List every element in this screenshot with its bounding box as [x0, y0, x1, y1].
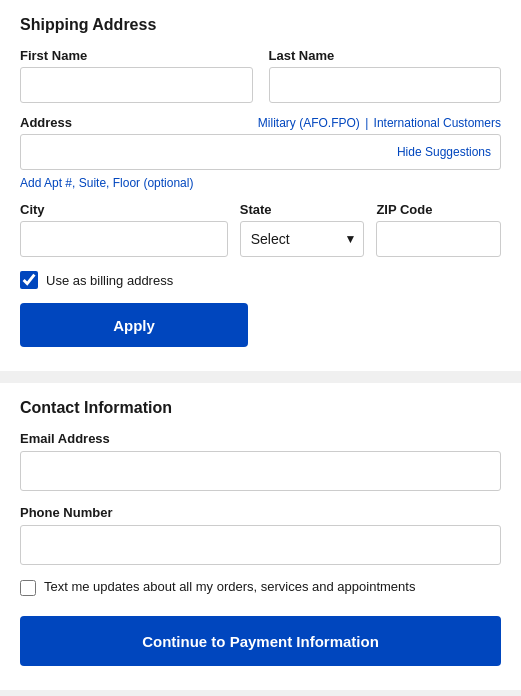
first-name-input[interactable]	[20, 67, 253, 103]
apt-link[interactable]: Add Apt #, Suite, Floor (optional)	[20, 176, 193, 190]
text-update-row: Text me updates about all my orders, ser…	[20, 579, 501, 596]
shipping-address-section: Shipping Address First Name Last Name Ad…	[0, 0, 521, 371]
text-updates-label[interactable]: Text me updates about all my orders, ser…	[44, 579, 415, 594]
text-updates-checkbox[interactable]	[20, 580, 36, 596]
name-row: First Name Last Name	[20, 48, 501, 103]
first-name-group: First Name	[20, 48, 253, 103]
phone-label: Phone Number	[20, 505, 501, 520]
email-label: Email Address	[20, 431, 501, 446]
address-label: Address	[20, 115, 72, 130]
phone-input[interactable]	[20, 525, 501, 565]
phone-group: Phone Number	[20, 505, 501, 565]
state-select[interactable]: Select AL AK AZ CA CO FL GA NY TX	[240, 221, 365, 257]
email-group: Email Address	[20, 431, 501, 491]
international-link[interactable]: International Customers	[374, 116, 501, 130]
last-name-group: Last Name	[269, 48, 502, 103]
contact-information-section: Contact Information Email Address Phone …	[0, 383, 521, 690]
address-header-row: Address Military (AFO.FPO) | Internation…	[20, 115, 501, 130]
state-select-wrapper: Select AL AK AZ CA CO FL GA NY TX ▼	[240, 221, 365, 257]
zip-label: ZIP Code	[376, 202, 501, 217]
city-input[interactable]	[20, 221, 228, 257]
last-name-label: Last Name	[269, 48, 502, 63]
military-link[interactable]: Military (AFO.FPO)	[258, 116, 360, 130]
city-state-zip-row: City State Select AL AK AZ CA CO FL GA N…	[20, 202, 501, 257]
city-group: City	[20, 202, 228, 257]
continue-button[interactable]: Continue to Payment Information	[20, 616, 501, 666]
state-label: State	[240, 202, 365, 217]
zip-group: ZIP Code	[376, 202, 501, 257]
shipping-section-title: Shipping Address	[20, 16, 501, 34]
email-input[interactable]	[20, 451, 501, 491]
last-name-input[interactable]	[269, 67, 502, 103]
apply-button[interactable]: Apply	[20, 303, 248, 347]
address-links: Military (AFO.FPO) | International Custo…	[258, 116, 501, 130]
first-name-label: First Name	[20, 48, 253, 63]
link-separator: |	[365, 116, 371, 130]
billing-checkbox-row: Use as billing address	[20, 271, 501, 289]
city-label: City	[20, 202, 228, 217]
state-group: State Select AL AK AZ CA CO FL GA NY TX …	[240, 202, 365, 257]
address-input-wrapper: Hide Suggestions	[20, 134, 501, 170]
zip-input[interactable]	[376, 221, 501, 257]
billing-checkbox-label[interactable]: Use as billing address	[46, 273, 173, 288]
billing-checkbox[interactable]	[20, 271, 38, 289]
hide-suggestions-button[interactable]: Hide Suggestions	[397, 145, 491, 159]
contact-section-title: Contact Information	[20, 399, 501, 417]
